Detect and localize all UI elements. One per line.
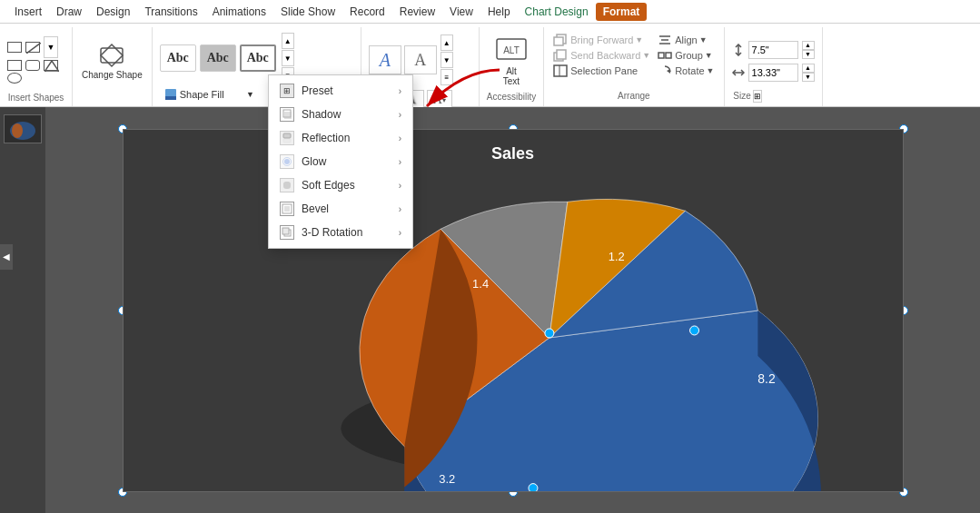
svg-rect-30 xyxy=(283,139,291,143)
height-increment[interactable]: ▲ xyxy=(802,41,815,50)
slide-background: Sales xyxy=(123,129,904,492)
oval-tool[interactable] xyxy=(7,73,22,84)
diagonal-line[interactable] xyxy=(25,42,40,53)
width-input[interactable] xyxy=(748,64,798,82)
line-tool[interactable] xyxy=(7,42,22,53)
dropdown-soft-edges[interactable]: Soft Edges › xyxy=(269,173,412,197)
dropdown-preset[interactable]: ⊞ Preset › xyxy=(269,79,412,103)
dropdown-reflection[interactable]: Reflection › xyxy=(269,126,412,150)
menu-format[interactable]: Format xyxy=(596,3,648,21)
width-icon xyxy=(732,66,745,79)
menu-record[interactable]: Record xyxy=(342,3,392,21)
menu-view[interactable]: View xyxy=(442,3,480,21)
width-increment[interactable]: ▲ xyxy=(802,64,815,73)
3d-rotation-icon xyxy=(280,225,294,240)
insert-shapes-label: Insert Shapes xyxy=(7,91,64,104)
main-area: ◀ Sales xyxy=(0,107,980,513)
triangle-tool[interactable] xyxy=(44,60,58,71)
svg-rect-28 xyxy=(284,112,292,119)
chart-handle-top[interactable] xyxy=(544,328,553,337)
3d-rotation-chevron: › xyxy=(399,228,401,238)
svg-point-31 xyxy=(284,159,290,164)
width-decrement[interactable]: ▼ xyxy=(802,73,815,82)
dropdown-shadow[interactable]: Shadow › xyxy=(269,103,412,126)
slide-thumbnail[interactable] xyxy=(4,114,42,143)
menu-draw[interactable]: Draw xyxy=(49,3,89,21)
menu-chart-design[interactable]: Chart Design xyxy=(518,3,596,21)
svg-marker-21 xyxy=(667,69,670,74)
svg-rect-2 xyxy=(101,48,123,63)
svg-rect-14 xyxy=(554,65,567,76)
dropdown-bevel[interactable]: Bevel › xyxy=(269,197,412,221)
align-button[interactable]: Align ▼ xyxy=(656,33,716,47)
height-decrement[interactable]: ▼ xyxy=(802,50,815,59)
svg-rect-20 xyxy=(666,53,671,58)
menu-review[interactable]: Review xyxy=(392,3,442,21)
shape-style-2[interactable]: Abc xyxy=(200,44,236,72)
menu-slideshow[interactable]: Slide Show xyxy=(273,3,342,21)
shape-style-3[interactable]: Abc xyxy=(240,44,276,72)
wordart-scroll-up[interactable]: ▲ xyxy=(441,35,453,51)
chart-handle-right[interactable] xyxy=(689,325,698,334)
change-shape-button[interactable]: Change Shape xyxy=(78,31,146,89)
wordart-more[interactable]: ≡ xyxy=(441,69,453,85)
wordart-scroll-down[interactable]: ▼ xyxy=(441,52,453,68)
ribbon: ▼ Insert Shapes Change Shape xyxy=(0,24,980,107)
arrange-label: Arrange xyxy=(551,89,716,103)
shadow-icon xyxy=(280,107,294,122)
send-backward-button[interactable]: Send Backward ▼ xyxy=(551,48,652,63)
shape-fill-button[interactable]: Shape Fill ▼ xyxy=(160,85,259,104)
chart-label-8-2: 8.2 xyxy=(757,370,776,385)
menu-insert[interactable]: Insert xyxy=(7,3,49,21)
chart-label-1-4: 1.4 xyxy=(472,277,489,291)
preset-chevron: › xyxy=(399,86,401,96)
svg-rect-29 xyxy=(283,133,291,138)
svg-text:ALT: ALT xyxy=(503,45,520,55)
dropdown-3d-rotation[interactable]: 3-D Rotation › xyxy=(269,221,412,244)
chart-handle-bottom[interactable] xyxy=(528,483,537,490)
svg-point-25 xyxy=(12,123,23,138)
bring-forward-button[interactable]: Bring Forward ▼ xyxy=(551,33,652,47)
svg-rect-33 xyxy=(283,182,291,189)
svg-rect-35 xyxy=(284,206,290,212)
alt-text-label: Alt xyxy=(506,66,517,76)
chart-label-3-2: 3.2 xyxy=(439,471,455,485)
alt-text-icon: ALT xyxy=(495,34,528,66)
rotate-button[interactable]: Rotate ▼ xyxy=(656,64,716,78)
bevel-icon xyxy=(280,202,294,216)
slide-panel-arrow[interactable]: ◀ xyxy=(0,244,13,270)
group-button[interactable]: Group ▼ xyxy=(656,48,716,63)
rounded-rect-tool[interactable] xyxy=(25,60,40,71)
svg-rect-4 xyxy=(165,96,176,100)
svg-marker-1 xyxy=(45,61,59,72)
svg-line-0 xyxy=(26,43,41,54)
reflection-icon xyxy=(280,131,294,145)
shape-effects-dropdown: ⊞ Preset › Shadow › Reflection › Glow xyxy=(268,74,413,249)
slide-canvas: Sales xyxy=(123,129,904,492)
dropdown-glow[interactable]: Glow › xyxy=(269,150,412,173)
size-dialog-launcher[interactable]: ⊞ xyxy=(753,90,762,103)
more-shapes[interactable]: ▼ xyxy=(44,36,58,58)
glow-icon xyxy=(280,154,294,169)
preset-icon: ⊞ xyxy=(280,84,294,98)
ribbon-group-size: ▲ ▼ ▲ ▼ Size ⊞ xyxy=(725,27,823,106)
wordart-btn-1[interactable]: A xyxy=(369,45,401,74)
ribbon-group-insert-shapes: ▼ Insert Shapes xyxy=(0,27,73,106)
menu-help[interactable]: Help xyxy=(480,3,518,21)
menu-animations[interactable]: Animations xyxy=(205,3,273,21)
shape-style-1[interactable]: Abc xyxy=(160,44,196,72)
alt-text-button[interactable]: ALT Alt Text xyxy=(491,30,531,90)
size-label: Size xyxy=(732,89,753,103)
ribbon-group-arrange: Bring Forward ▼ Send Backward ▼ Selectio… xyxy=(544,27,724,106)
soft-edges-icon xyxy=(280,178,294,192)
ribbon-group-accessibility: ALT Alt Text Accessibility xyxy=(480,27,544,106)
height-input[interactable] xyxy=(748,41,798,59)
ribbon-group-change-shape: Change Shape x xyxy=(73,27,153,106)
wordart-btn-2[interactable]: A xyxy=(404,45,437,74)
menu-design[interactable]: Design xyxy=(89,3,137,21)
selection-pane-button[interactable]: Selection Pane xyxy=(551,64,652,78)
svg-rect-13 xyxy=(557,50,566,59)
shadow-chevron: › xyxy=(399,110,401,120)
menu-transitions[interactable]: Transitions xyxy=(137,3,204,21)
rect-tool[interactable] xyxy=(7,60,22,71)
